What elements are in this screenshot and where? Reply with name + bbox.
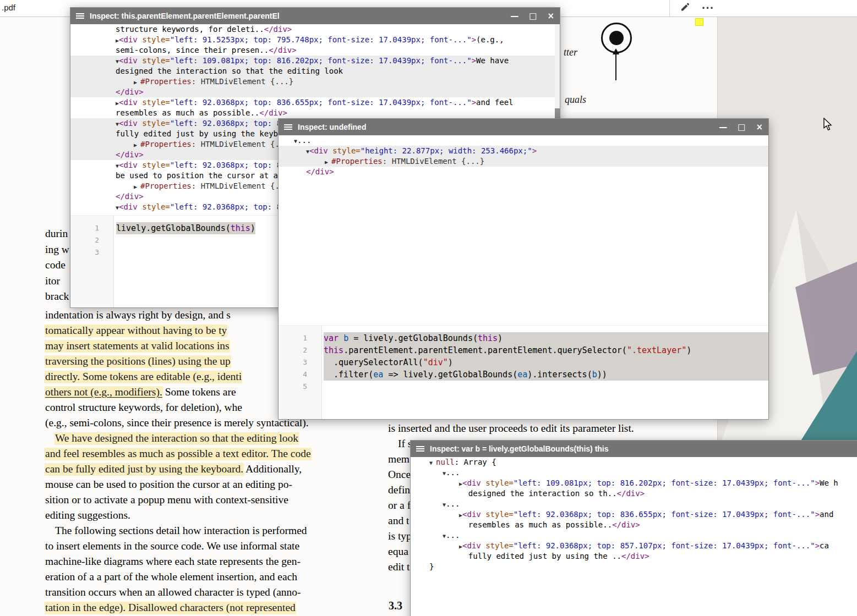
pencil-icon (680, 3, 690, 13)
line[interactable]: designed the interaction so th..</div> (411, 488, 857, 499)
line: durin (45, 228, 69, 244)
inspector-window-2: Inspect: undefined — □ × ▼...▼<div style… (278, 118, 769, 420)
line[interactable]: 3 .querySelectorAll("div") (279, 356, 768, 369)
line: mouse can be used to position the cursor… (45, 479, 311, 494)
line[interactable]: ▶<div style="left: 92.0368px; top: 857.1… (411, 541, 857, 551)
selection-handle[interactable] (695, 18, 703, 26)
line[interactable]: structure keywords, for deleti..</div> (70, 24, 560, 35)
line: itor (45, 275, 69, 291)
line[interactable]: ▶<div style="left: 91.5253px; top: 795.7… (70, 35, 560, 45)
line-number: 1 (70, 222, 113, 234)
line[interactable]: } (411, 562, 857, 572)
line[interactable]: ▶<div style="left: 92.0368px; top: 836.6… (70, 97, 560, 108)
line: can be fully edited just by using the ke… (45, 463, 311, 479)
mouse-cursor (823, 118, 832, 131)
line[interactable]: 5 (279, 381, 768, 393)
window2-titlebar[interactable]: Inspect: undefined — □ × (279, 119, 768, 135)
line[interactable]: ▼<div style="height: 22.877px; width: 25… (279, 146, 768, 156)
line: We have designed the interaction so that… (45, 432, 311, 448)
pdf-left-column: indentation is always right by design, a… (45, 309, 311, 616)
diagram-arrowhead-icon (613, 48, 619, 54)
section-heading: 3.3 (389, 600, 402, 612)
line-number: 2 (279, 344, 321, 356)
line[interactable]: ▼... (411, 530, 857, 541)
inspector-window-3: Inspect: var b = lively.getGlobalBounds(… (410, 440, 857, 616)
toolbar-divider (669, 0, 670, 16)
line[interactable]: </div> (70, 87, 560, 97)
line-number: 3 (279, 356, 321, 369)
line[interactable]: 1var b = lively.getGlobalBounds(this) (279, 332, 768, 344)
line: traversing the positions (lines) using t… (45, 355, 311, 371)
line[interactable]: ▼ null: Array { (411, 457, 857, 468)
line-number: 4 (279, 369, 321, 381)
window-controls: — □ × (719, 119, 763, 135)
line: editing suggestions. (45, 509, 311, 525)
line: is inserted and the user proceeds to edi… (388, 422, 634, 438)
line: brack (45, 290, 69, 306)
diagram-arrow-line (615, 54, 616, 80)
line: others not (e.g., modifiers). Some token… (45, 386, 311, 402)
line: sition or to activate a popup menu with … (45, 494, 311, 509)
window-menu-icon[interactable] (284, 124, 292, 130)
minimize-button[interactable]: — (510, 8, 518, 24)
window3-title: Inspect: var b = lively.getGlobalBounds(… (430, 441, 609, 457)
window1-titlebar[interactable]: Inspect: this.parentElement.parentElemen… (70, 8, 560, 24)
inspector2-dom-tree: ▼...▼<div style="height: 22.877px; width… (279, 135, 768, 325)
line-number: 2 (70, 234, 113, 246)
line: (e.g., semi-colons, since their presence… (45, 417, 311, 432)
line: machine-like diagrams where each state r… (45, 556, 311, 571)
line[interactable]: ▶<div style="left: 92.0368px; top: 836.6… (411, 509, 857, 520)
line-number: 3 (70, 246, 113, 258)
window-menu-icon[interactable] (416, 446, 424, 452)
pdf-left-column-partial: durining wcodeitorbrack (45, 228, 69, 306)
line: control structure keywords, for deletion… (45, 402, 311, 417)
more-options-button[interactable]: ··· (699, 1, 717, 15)
line[interactable]: ▶ #Properties: HTMLDivElement {...} (279, 156, 768, 167)
line[interactable]: resembles as much as possible..</div> (411, 520, 857, 530)
window-menu-icon[interactable] (76, 13, 84, 19)
line[interactable]: semi-colons, since their presen..</div> (70, 45, 560, 56)
window-controls: — □ × (510, 8, 554, 24)
diagram-label-fragment-bottom: quals (565, 94, 586, 106)
line[interactable]: ▶ #Properties: HTMLDivElement {...} (70, 76, 560, 87)
line: may insert statements at valid locations… (45, 340, 311, 355)
line[interactable]: 2this.parentElement.parentElement.parent… (279, 344, 768, 356)
line: eration of a a part of the whole element… (45, 571, 311, 586)
maximize-button[interactable]: □ (738, 119, 745, 135)
line[interactable]: resembles as much as possible..</div> (70, 108, 560, 118)
screen: .pdf ··· durining wcodeitorbrack indenta… (0, 0, 857, 616)
line: tomatically appear without having to be … (45, 324, 311, 340)
inspector2-code-editor[interactable]: 1var b = lively.getGlobalBounds(this)2th… (279, 325, 768, 419)
close-button[interactable]: × (756, 119, 763, 135)
line: and feel resembles as much as possible a… (45, 448, 311, 463)
window3-titlebar[interactable]: Inspect: var b = lively.getGlobalBounds(… (411, 441, 857, 457)
maximize-button[interactable]: □ (529, 8, 537, 24)
line: transition occurs when an allowed charac… (45, 586, 311, 602)
line[interactable]: ▼... (411, 499, 857, 509)
line: indentation is always right by design, a… (45, 309, 311, 324)
line[interactable]: ▶<div style="left: 109.081px; top: 816.2… (411, 478, 857, 488)
diagram-end-event-dot (609, 31, 624, 45)
line[interactable]: designed the interaction so that the edi… (70, 66, 560, 76)
window1-title: Inspect: this.parentElement.parentElemen… (90, 8, 280, 24)
line: to insert elements in the source code. W… (45, 540, 311, 556)
line: code (45, 259, 69, 275)
line: tation in the edge). Disallowed characte… (45, 602, 311, 616)
line[interactable]: </div> (279, 167, 768, 177)
close-button[interactable]: × (547, 8, 554, 24)
minimize-button[interactable]: — (719, 119, 727, 135)
line[interactable]: fully edited just by using the ..</div> (411, 551, 857, 562)
pdf-filename: .pdf (2, 3, 15, 12)
inspector3-object-tree: ▼ null: Array {▼...▶<div style="left: 10… (411, 457, 857, 616)
line[interactable]: ▼<div style="left: 109.081px; top: 816.2… (70, 56, 560, 66)
line: ing w (45, 244, 69, 260)
line[interactable]: 4 .filter(ea => lively.getGlobalBounds(e… (279, 369, 768, 381)
diagram-label-fragment-top: tter (564, 47, 577, 58)
line[interactable]: ▼... (279, 135, 768, 146)
line-number: 1 (279, 332, 321, 344)
line: directly. Some tokens are editable (e.g.… (45, 371, 311, 386)
annotate-pencil-button[interactable] (677, 1, 692, 15)
line-number: 5 (279, 381, 321, 393)
line[interactable]: ▼... (411, 468, 857, 478)
window2-title: Inspect: undefined (298, 119, 366, 135)
